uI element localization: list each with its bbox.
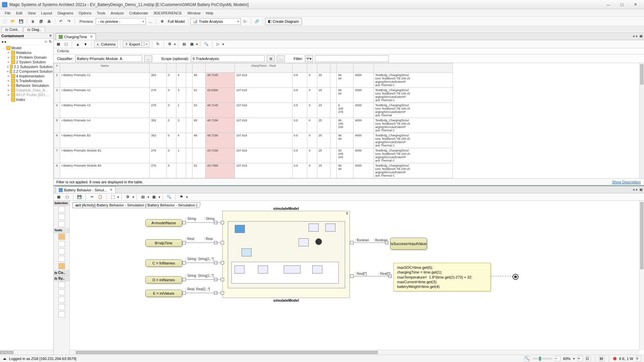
activity-final[interactable]	[513, 274, 519, 280]
cell[interactable]: 8694	[337, 73, 354, 88]
menu-window[interactable]: Window	[184, 10, 203, 16]
menu-edit[interactable]: Edit	[13, 10, 25, 16]
pin[interactable]	[214, 291, 217, 295]
cell[interactable]: 23	[317, 103, 330, 118]
cell[interactable]: 0	[307, 73, 317, 88]
col-header[interactable]: Name	[60, 63, 150, 73]
cell[interactable]	[330, 103, 337, 118]
cell[interactable]: 4000	[354, 88, 374, 103]
expand-icon[interactable]: +	[7, 69, 9, 73]
next-tab-icon[interactable]: ▸	[636, 187, 638, 192]
cell[interactable]: TestBrdg_ChargingSimulions TestBench TB …	[374, 88, 452, 103]
menu-analyze[interactable]: Analyze	[108, 10, 126, 16]
pin[interactable]	[385, 241, 388, 244]
play-icon[interactable]: ▷	[215, 41, 221, 48]
cell[interactable]: TestBrdg_ChargingSimulions TestBench TB …	[374, 73, 452, 88]
pin[interactable]	[214, 261, 217, 264]
tree-node[interactable]: -Model	[1, 46, 53, 50]
node-e-inivalues[interactable]: E = iniValues	[145, 290, 182, 297]
pin[interactable]	[388, 275, 392, 278]
col-header[interactable]	[292, 63, 307, 73]
cell[interactable]: 3	[176, 118, 186, 133]
cell[interactable]: 88	[192, 118, 206, 133]
cell[interactable]: 107.616	[235, 133, 292, 148]
cell[interactable]: 48.7145	[206, 103, 235, 118]
tree-h-scrollbar[interactable]	[0, 350, 53, 355]
zoom-in-icon[interactable]: +	[578, 356, 583, 361]
col-header[interactable]	[374, 63, 452, 73]
menu-3dexperience[interactable]: 3DEXPERIENCE	[151, 10, 184, 16]
grid-icon[interactable]: ▤	[181, 41, 187, 48]
cell[interactable]: TestBrdg_ChargingSimulions TestBench TB …	[374, 148, 452, 163]
tab-battery-behavior[interactable]: Battery Behavior - Simul... ✕	[56, 186, 116, 193]
d-cut-icon[interactable]: ✂	[88, 193, 96, 201]
export-button[interactable]: ⇪ Export ⛶ ▾	[123, 41, 150, 48]
cell[interactable]: 25	[317, 133, 330, 148]
col-header[interactable]	[317, 63, 330, 73]
cell[interactable]: 43.7389	[206, 163, 235, 178]
tab-containment[interactable]: 🗀 Cont..	[1, 27, 23, 32]
cell[interactable]: 1	[176, 103, 186, 118]
cell[interactable]: 43.7158	[206, 148, 235, 163]
cell-name[interactable]: ▪ Battery Prismatic A1	[60, 73, 150, 88]
pin[interactable]	[221, 241, 224, 244]
max-tab-icon[interactable]: ▣	[639, 187, 643, 192]
expand-icon[interactable]: +	[7, 65, 9, 69]
col-header[interactable]	[206, 63, 235, 73]
expand-icon[interactable]: +	[7, 88, 10, 92]
tb-new-icon[interactable]: ▦	[55, 41, 62, 48]
flow3-tool[interactable]	[58, 297, 65, 303]
cell[interactable]: TestBrdg_ChargingSimulions TestBench TB …	[374, 163, 452, 178]
classifier-input[interactable]	[75, 55, 142, 62]
flow4-tool[interactable]	[58, 304, 65, 310]
pointer-tool[interactable]	[58, 206, 65, 213]
flag-icon[interactable]: ⚑	[178, 193, 185, 201]
cell[interactable]	[186, 103, 193, 118]
error-warning-count[interactable]: 8 E, 1 W	[619, 357, 633, 361]
col-header[interactable]	[337, 63, 354, 73]
maximize-button[interactable]: ▢	[615, 0, 629, 9]
menu-help[interactable]: Help	[203, 10, 216, 16]
grid2-icon[interactable]: ▦	[189, 41, 195, 48]
tree-node[interactable]: +Behavior Simulation	[1, 83, 53, 88]
create-diagram-button[interactable]: ◧ Create Diagram	[265, 18, 302, 25]
close-button[interactable]: ✕	[629, 0, 642, 9]
tree-node[interactable]: +5 TradeAnalysis	[1, 78, 53, 83]
grid-icon[interactable]: ▤	[139, 193, 147, 201]
d-save-icon[interactable]: 💾	[76, 193, 83, 201]
frame-menu-icon[interactable]: ⠿	[346, 212, 348, 216]
flow5-tool[interactable]	[58, 311, 65, 317]
filter-input[interactable]	[315, 55, 389, 62]
new-icon[interactable]: 📄	[1, 18, 9, 25]
redo-icon[interactable]: ↷	[65, 18, 72, 25]
doc-icon[interactable]: 🗎	[29, 18, 37, 25]
table-row[interactable]: 4▪ Battery Prismatic A3276015248.7145107…	[54, 103, 453, 118]
col-header[interactable]	[166, 63, 176, 73]
preview-more-icon[interactable]: …	[147, 18, 154, 25]
cell-name[interactable]: ▪ Battery Prismatic A4	[60, 118, 150, 133]
cell-name[interactable]: ▪ Battery Prismatic A3	[60, 103, 150, 118]
d-copy-icon[interactable]: 📋	[97, 193, 104, 201]
cell[interactable]: 4000	[354, 118, 374, 133]
pin[interactable]	[182, 291, 186, 295]
table-v-scrollbar[interactable]	[639, 63, 644, 178]
cell[interactable]: 25	[317, 88, 330, 103]
cell[interactable]: TestBrdg_ChargingSimulions TestBench TB …	[374, 133, 452, 148]
tab-diagrams[interactable]: 🗀 Diag..	[23, 27, 45, 32]
cell[interactable]	[186, 118, 193, 133]
cell[interactable]	[330, 163, 337, 178]
cell[interactable]: 352	[150, 133, 166, 148]
cell[interactable]: 25	[317, 73, 330, 88]
cell[interactable]: 0.8	[292, 88, 307, 103]
panel-close-icon[interactable]: ✕	[49, 34, 52, 38]
cell[interactable]: 48.7158	[206, 133, 235, 148]
cell[interactable]: 43.8366	[206, 88, 235, 103]
node-a-modelname[interactable]: A=modelName	[145, 219, 182, 227]
search-icon[interactable]: 🔍	[203, 41, 210, 48]
cell-name[interactable]: ▪ Battery Prismatic Module B1	[60, 148, 150, 163]
cell[interactable]	[186, 73, 193, 88]
cell[interactable]: 107.616	[235, 73, 292, 88]
cell[interactable]: 0	[166, 73, 176, 88]
cell[interactable]: 88	[192, 73, 206, 88]
cell[interactable]: 276	[150, 163, 166, 178]
